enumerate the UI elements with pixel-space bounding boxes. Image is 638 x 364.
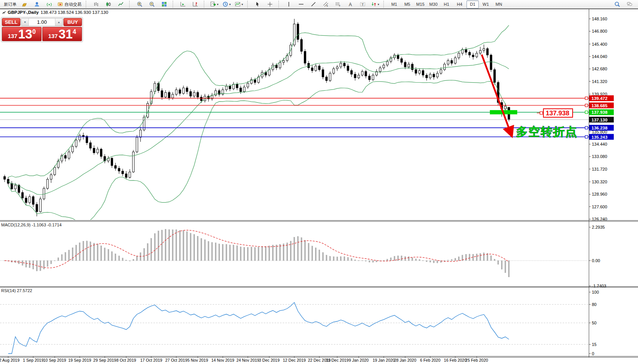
rsi-indicator (8, 303, 509, 354)
profiles-button[interactable]: ▾ (221, 0, 232, 8)
sell-button[interactable]: SELL (2, 18, 20, 26)
signal-icon (46, 1, 52, 7)
symbol-title: GBPJPY-,Daily (8, 10, 39, 15)
gold-button[interactable] (19, 0, 30, 8)
toolbar-separator (129, 1, 132, 8)
price-tick: 126.240 (592, 217, 607, 221)
timeframe-m5-button[interactable]: M5 (401, 0, 413, 8)
toolbar-separator (383, 1, 386, 8)
price-tick: 142.680 (592, 66, 607, 71)
text-button[interactable]: A (345, 0, 356, 8)
timeframe-h4-button[interactable]: H4 (453, 0, 466, 8)
price-tick: 133.080 (592, 154, 607, 159)
buy-price-point: 4 (73, 28, 76, 35)
timeframe-m30-button[interactable]: M30 (427, 0, 440, 8)
line-chart-icon (118, 1, 124, 7)
search-button[interactable] (611, 0, 623, 8)
date-label: 9 Jan 2020 (349, 358, 369, 362)
fibonacci-button[interactable]: F (332, 0, 344, 8)
price-badge-137.938-handle[interactable] (585, 111, 588, 113)
indicators-button[interactable]: ▾ (233, 0, 245, 8)
timeframe-m15-button[interactable]: M15 (414, 0, 426, 8)
price-callout-text: 137.938 (546, 110, 569, 117)
price-badge-136.238-handle[interactable] (585, 126, 588, 129)
chart-shift-button[interactable] (190, 0, 201, 8)
toolbar-separator (86, 1, 88, 8)
price-tick: 148.160 (592, 17, 607, 21)
svg-text:139.472: 139.472 (591, 96, 608, 101)
auto-trading-button[interactable]: 自动交易 (56, 0, 83, 8)
macd-tick: 2.2935 (592, 225, 605, 229)
sell-price-box[interactable]: 137 13 0 (2, 27, 42, 41)
chart-icon (2, 11, 6, 14)
date-label: 28 Jan 2020 (394, 358, 416, 362)
bollinger-lower (8, 80, 509, 223)
volume-input[interactable]: 1.00 (29, 18, 55, 26)
buy-price-prefix: 137 (48, 32, 58, 40)
date-label: 5 Nov 2019 (187, 358, 208, 362)
sell-price-point: 0 (32, 28, 36, 35)
buy-price-box[interactable]: 137 31 4 (42, 27, 82, 41)
community-button[interactable] (31, 0, 43, 8)
shapes-button[interactable]: ▾ (369, 0, 381, 8)
chart-canvas[interactable]: 137.938多空转折点148.160146.800145.400144.040… (0, 0, 638, 364)
horizontal-line-button[interactable] (295, 0, 307, 8)
price-tick: 127.600 (592, 204, 607, 209)
chinese-note-text[interactable]: 多空转折点 (516, 125, 578, 138)
candlestick-icon (105, 1, 112, 7)
date-label: 10 Sep 2019 (43, 358, 66, 362)
date-label: 3 Dec 2019 (259, 358, 280, 362)
auto-scroll-button[interactable] (177, 0, 189, 8)
channel-icon: E (323, 1, 329, 7)
trend-arrow[interactable] (482, 55, 511, 135)
dropdown-caret-icon: ▾ (229, 3, 231, 6)
timeframe-m1-button[interactable]: M1 (388, 0, 400, 8)
label-button[interactable]: T (357, 0, 368, 8)
trendline-button[interactable] (308, 0, 319, 8)
sell-price-prefix: 137 (8, 32, 17, 40)
vertical-line-icon (286, 1, 292, 7)
price-badge-139.472-handle[interactable] (585, 97, 588, 100)
rsi-tick: 80 (592, 302, 596, 307)
candle-chart-button[interactable] (103, 0, 114, 8)
buy-button[interactable]: BUY (63, 18, 82, 26)
new-order-button-label: 新订单 (4, 2, 17, 7)
chat-button[interactable] (624, 0, 635, 8)
vertical-line-button[interactable] (283, 0, 295, 8)
new-order-button[interactable]: 新订单 (1, 0, 18, 8)
price-badge-138.685-handle[interactable] (585, 104, 588, 107)
zoom-out-button[interactable] (146, 0, 158, 8)
timeframe-h1-button[interactable]: H1 (440, 0, 453, 8)
timeframe-d1-button[interactable]: D1 (466, 0, 479, 8)
date-label: 29 Sep 2019 (93, 358, 117, 362)
callout-anchor-handle[interactable] (540, 112, 543, 115)
bar-chart-button[interactable] (90, 0, 102, 8)
shapes-icon (371, 1, 377, 7)
zoom-in-button[interactable] (134, 0, 145, 8)
timeframe-w1-button[interactable]: W1 (480, 0, 492, 8)
svg-text:E: E (326, 5, 328, 7)
price-badge-135.243-handle[interactable] (585, 136, 588, 138)
line-chart-button[interactable] (115, 0, 127, 8)
new-chart-button[interactable]: ▾ (208, 0, 220, 8)
macd-label: MACD(12,26,9) -1.1063 -0.1714 (1, 223, 62, 227)
trendline-icon (310, 1, 317, 7)
date-label: 1 Sep 2019 (23, 358, 44, 362)
date-label: 16 Feb 2020 (444, 358, 466, 362)
svg-text:T: T (361, 3, 364, 7)
timeframe-mn-button[interactable]: MN (493, 0, 505, 8)
rsi-tick: 100 (592, 290, 599, 294)
chart-window-title: GBPJPY-,Daily 138.473 138.524 136.930 13… (2, 10, 108, 15)
label-icon: T (360, 1, 366, 7)
tile-windows-button[interactable] (158, 0, 170, 8)
macd-tick: 0.00 (592, 258, 600, 263)
auto-scroll-icon (180, 1, 186, 7)
new-chart-icon (210, 1, 216, 7)
channel-button[interactable]: E (320, 0, 331, 8)
crosshair-button[interactable] (264, 0, 276, 8)
volume-decrease-button[interactable]: ▼ (22, 18, 29, 26)
volume-increase-button[interactable]: ▲ (55, 18, 62, 26)
signals-button[interactable] (43, 0, 55, 8)
autotrade-icon (57, 1, 63, 7)
cursor-button[interactable] (252, 0, 263, 8)
